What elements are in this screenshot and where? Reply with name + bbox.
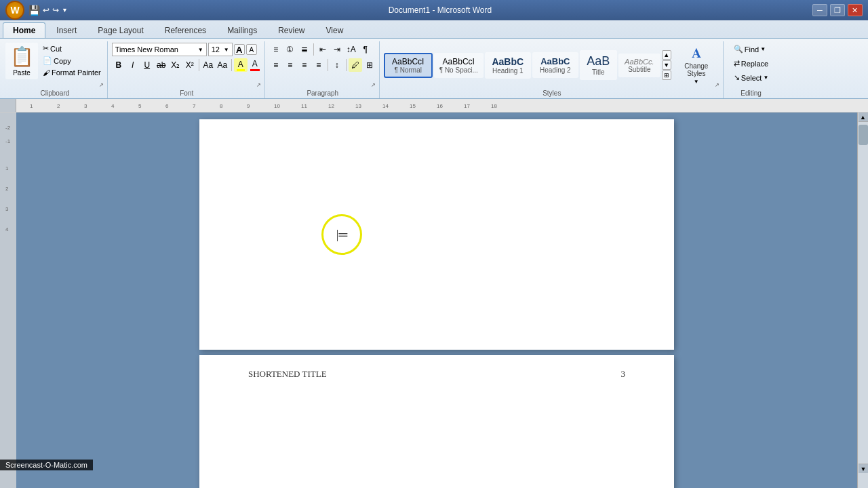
sep4 [328,59,328,71]
ruler: 1 2 3 4 5 6 7 8 9 10 11 12 13 14 15 16 1… [0,99,868,113]
format-painter-button[interactable]: 🖌 Format Painter [39,67,104,78]
scroll-thumb[interactable] [859,125,868,145]
font-name-row: Times New Roman ▼ 12 ▼ A A [112,43,257,56]
ribbon: Home Insert Page Layout References Maili… [0,20,868,99]
page-2-page-number: 3 [621,369,626,380]
copy-button[interactable]: 📄 Copy [39,55,104,66]
scroll-up-button[interactable]: ▲ [859,113,868,122]
increase-indent-button[interactable]: ⇥ [330,43,344,56]
bold-button[interactable]: B [112,58,125,72]
ruler-left-side [0,99,16,112]
strikethrough-button[interactable]: ab [155,58,168,72]
align-center-button[interactable]: ≡ [283,58,297,72]
scroll-down-button[interactable]: ▼ [859,464,868,473]
office-button[interactable]: W [5,1,24,20]
select-button[interactable]: ↘ Select ▼ [728,71,775,84]
svg-text:5: 5 [138,103,142,109]
styles-scroll-up[interactable]: ▲ [662,50,671,60]
replace-button[interactable]: ⇄ Replace [728,57,774,70]
tab-insert[interactable]: Insert [46,22,87,38]
tab-mailings[interactable]: Mailings [217,22,267,38]
change-case-button[interactable]: Aa [216,58,229,72]
style-subtitle[interactable]: AaBbCc. Subtitle [618,54,660,77]
clipboard-small-buttons: ✂ Cut 📄 Copy 🖌 Format Painter [39,43,104,78]
styles-group: AaBbCcI ¶ Normal AaBbCcI ¶ No Spaci... A… [381,41,724,98]
redo-icon[interactable]: ↪ [52,5,59,15]
tab-page-layout[interactable]: Page Layout [87,22,153,38]
borders-button[interactable]: ⊞ [363,58,376,72]
style-normal[interactable]: AaBbCcI ¶ Normal [384,53,433,78]
shading-button[interactable]: 🖊 [349,58,362,72]
minimize-button[interactable]: ─ [812,4,827,16]
page-2-header: SHORTENED TITLE 3 [248,369,625,385]
save-icon[interactable]: 💾 [28,5,40,16]
styles-expand[interactable]: ⊞ [662,70,671,80]
tab-references[interactable]: References [155,22,216,38]
justify-button[interactable]: ≡ [312,58,326,72]
page-1-content[interactable]: |═ [248,146,625,323]
decrease-indent-button[interactable]: ⇤ [316,43,330,56]
align-left-button[interactable]: ≡ [269,58,283,72]
svg-text:4: 4 [111,103,115,109]
styles-group-label: Styles [381,89,723,97]
font-size-selector[interactable]: 12 ▼ [208,43,233,56]
cut-button[interactable]: ✂ Cut [39,43,104,54]
numbering-button[interactable]: ① [283,43,297,56]
font-dropdown-arrow: ▼ [198,47,203,53]
document-area: -2 -1 1 2 3 4 |═ SHORTENED TITLE 3 [0,113,868,488]
font-name-selector[interactable]: Times New Roman ▼ [112,43,207,56]
style-heading2[interactable]: AaBbC Heading 2 [532,52,578,78]
paragraph-group: ≡ ① ≣ ⇤ ⇥ ↕A ¶ ≡ ≡ ≡ ≡ ↕ 🖊 [267,41,380,98]
style-heading1[interactable]: AaBbC Heading 1 [485,52,531,79]
select-arrow: ▼ [763,75,768,81]
superscript-button[interactable]: X² [183,58,197,72]
clear-format-button[interactable]: Aa [201,58,215,72]
tab-review[interactable]: Review [268,22,315,38]
close-button[interactable]: ✕ [848,4,863,16]
editing-group-label: Editing [725,89,778,97]
show-formatting-button[interactable]: ¶ [359,43,372,56]
document-scroll-area[interactable]: |═ SHORTENED TITLE 3 [16,113,857,488]
paste-icon: 📋 [10,45,34,68]
tab-view[interactable]: View [316,22,354,38]
clipboard-dialog-launcher[interactable]: ↗ [98,81,106,89]
left-ruler-svg: -2 -1 1 2 3 4 [0,113,16,488]
style-no-spacing[interactable]: AaBbCcI ¶ No Spaci... [434,53,484,78]
increase-font-button[interactable]: A [234,44,245,55]
font-dialog-launcher[interactable]: ↗ [255,81,263,89]
restore-button[interactable]: ❐ [830,4,845,16]
bullets-button[interactable]: ≡ [269,43,283,56]
styles-dialog-launcher[interactable]: ↗ [713,81,722,89]
subscript-button[interactable]: X₂ [169,58,182,72]
styles-scroll-down[interactable]: ▼ [662,60,671,70]
underline-button[interactable]: U [140,58,154,72]
sort-button[interactable]: ↕A [344,43,358,56]
paste-label: Paste [13,69,31,77]
line-spacing-button[interactable]: ↕ [330,58,344,72]
paste-button[interactable]: 📋 Paste [5,43,38,79]
style-title[interactable]: AaB Title [580,50,617,80]
italic-button[interactable]: I [126,58,140,72]
paragraph-dialog-launcher[interactable]: ↗ [370,81,378,89]
svg-text:3: 3 [5,206,9,212]
font-color-button[interactable]: A [248,58,262,72]
svg-text:3: 3 [84,103,87,109]
watermark: Screencast-O-Matic.com [0,460,93,470]
find-button[interactable]: 🔍 Find ▼ [728,43,772,56]
find-icon: 🔍 [734,45,743,54]
select-icon: ↘ [734,73,740,82]
svg-text:1: 1 [30,103,33,109]
vertical-scrollbar[interactable]: ▲ ▼ [857,113,868,488]
svg-text:-2: -2 [5,125,11,131]
tab-home[interactable]: Home [3,22,45,38]
multilevel-list-button[interactable]: ≣ [298,43,311,56]
clipboard-group: 📋 Paste ✂ Cut 📄 Copy 🖌 Format Painter [3,41,108,98]
decrease-font-button[interactable]: A [246,44,257,55]
editing-group: 🔍 Find ▼ ⇄ Replace ↘ Select ▼ Editing [725,41,778,98]
align-right-button[interactable]: ≡ [298,58,311,72]
svg-text:7: 7 [193,103,196,109]
dropdown-arrow[interactable]: ▼ [62,7,68,14]
sep3 [313,43,314,56]
undo-icon[interactable]: ↩ [43,5,50,15]
highlight-button[interactable]: A [234,58,248,72]
